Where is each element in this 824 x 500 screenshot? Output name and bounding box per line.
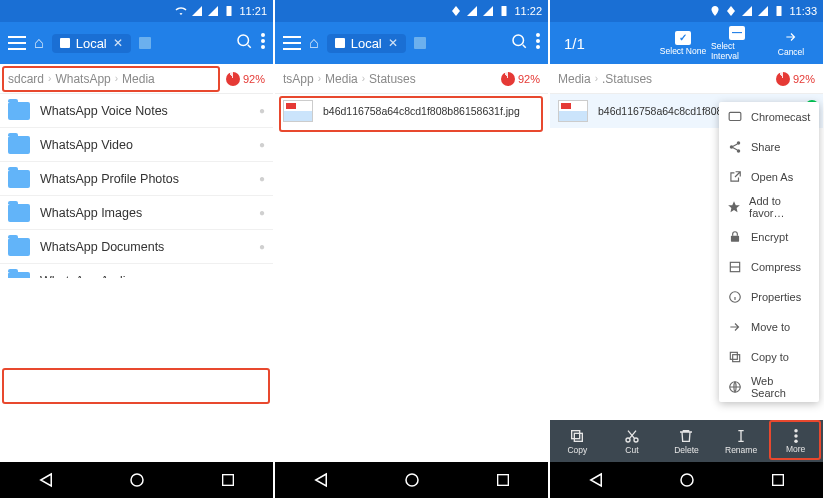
storage-badge[interactable]: 92% <box>226 72 265 86</box>
svg-rect-3 <box>8 48 26 50</box>
cut-button[interactable]: Cut <box>605 420 660 462</box>
select-none-button[interactable]: ✓Select None <box>657 31 709 56</box>
svg-point-5 <box>261 33 265 37</box>
android-navbar <box>275 462 548 498</box>
menu-moveto[interactable]: Move to <box>719 312 819 342</box>
menu-copyto[interactable]: Copy to <box>719 342 819 372</box>
sdcard-icon <box>335 38 345 48</box>
list-item[interactable]: WhatsApp Profile Photos● <box>0 162 273 196</box>
image-thumbnail <box>283 100 313 122</box>
recents-button[interactable] <box>770 472 786 488</box>
back-button[interactable] <box>587 471 605 489</box>
storage-badge[interactable]: 92% <box>776 72 815 86</box>
menu-properties[interactable]: Properties <box>719 282 819 312</box>
location-tab[interactable]: Local ✕ <box>52 34 131 53</box>
crumb[interactable]: WhatsApp <box>55 72 110 86</box>
crumb[interactable]: .Statuses <box>602 72 652 86</box>
cancel-button[interactable]: Cancel <box>765 30 817 57</box>
status-bar: 11:21 <box>0 0 273 22</box>
folder-list: WhatsApp Voice Notes● WhatsApp Video● Wh… <box>0 94 273 278</box>
svg-point-14 <box>513 35 524 46</box>
search-icon[interactable] <box>510 32 528 55</box>
menu-chromecast[interactable]: Chromecast <box>719 102 819 132</box>
svg-point-36 <box>794 434 798 438</box>
home-icon[interactable]: ⌂ <box>34 34 44 52</box>
home-icon[interactable]: ⌂ <box>309 34 319 52</box>
item-more-icon[interactable]: ● <box>259 173 265 184</box>
item-more-icon[interactable]: ● <box>259 207 265 218</box>
more-icon[interactable] <box>261 33 265 54</box>
delete-button[interactable]: Delete <box>659 420 714 462</box>
menu-share[interactable]: Share <box>719 132 819 162</box>
back-button[interactable] <box>37 471 55 489</box>
compress-icon <box>727 259 743 275</box>
menu-favorite[interactable]: Add to favor… <box>719 192 819 222</box>
folder-icon <box>8 170 30 188</box>
home-button[interactable] <box>403 471 421 489</box>
screenshot-panel-2: 11:22 ⌂ Local ✕ tsApp › Media › Statuses… <box>275 0 548 498</box>
menu-websearch[interactable]: Web Search <box>719 372 819 402</box>
recents-button[interactable] <box>495 472 511 488</box>
folder-icon <box>8 136 30 154</box>
recents-button[interactable] <box>220 472 236 488</box>
crumb[interactable]: Media <box>558 72 591 86</box>
crumb[interactable]: Media <box>325 72 358 86</box>
storage-badge[interactable]: 92% <box>501 72 540 86</box>
menu-openas[interactable]: Open As <box>719 162 819 192</box>
menu-icon[interactable] <box>283 36 301 50</box>
new-tab-icon[interactable] <box>414 37 426 49</box>
crumb[interactable]: sdcard <box>8 72 44 86</box>
more-button[interactable]: More <box>768 420 823 462</box>
list-item[interactable]: WhatsApp Audio● <box>0 264 273 278</box>
svg-rect-31 <box>575 433 583 441</box>
svg-rect-20 <box>777 6 782 16</box>
move-icon <box>727 319 743 335</box>
pie-icon <box>501 72 515 86</box>
location-label: Local <box>76 36 107 51</box>
menu-icon[interactable] <box>8 36 26 50</box>
svg-rect-28 <box>733 355 740 362</box>
svg-rect-39 <box>773 475 784 486</box>
search-icon[interactable] <box>235 32 253 55</box>
crumb[interactable]: Media <box>122 72 155 86</box>
crumb[interactable]: Statuses <box>369 72 416 86</box>
svg-point-15 <box>536 33 540 37</box>
home-button[interactable] <box>128 471 146 489</box>
svg-point-18 <box>406 474 418 486</box>
copy-button[interactable]: Copy <box>550 420 605 462</box>
menu-compress[interactable]: Compress <box>719 252 819 282</box>
context-menu: Chromecast Share Open As Add to favor… E… <box>719 102 819 402</box>
status-time: 11:22 <box>514 5 542 17</box>
screenshot-panel-1: 11:21 ⌂ Local ✕ sdcard › WhatsApp › Medi… <box>0 0 273 498</box>
svg-point-7 <box>261 45 265 49</box>
back-button[interactable] <box>312 471 330 489</box>
svg-point-35 <box>794 429 798 433</box>
rename-button[interactable]: Rename <box>714 420 769 462</box>
item-more-icon[interactable]: ● <box>259 241 265 252</box>
list-item[interactable]: WhatsApp Voice Notes● <box>0 94 273 128</box>
svg-point-8 <box>131 474 143 486</box>
close-tab-icon[interactable]: ✕ <box>388 36 398 50</box>
select-interval-button[interactable]: —Select Interval <box>711 26 763 61</box>
new-tab-icon[interactable] <box>139 37 151 49</box>
close-tab-icon[interactable]: ✕ <box>113 36 123 50</box>
item-more-icon[interactable]: ● <box>259 105 265 116</box>
pie-icon <box>226 72 240 86</box>
home-button[interactable] <box>678 471 696 489</box>
file-list: b46d116758a64c8cd1f808b86158631f.jpg <box>275 94 548 278</box>
lock-icon <box>727 229 743 245</box>
list-item[interactable]: WhatsApp Documents● <box>0 230 273 264</box>
svg-rect-9 <box>223 475 234 486</box>
crumb[interactable]: tsApp <box>283 72 314 86</box>
svg-rect-13 <box>283 48 301 50</box>
location-tab[interactable]: Local ✕ <box>327 34 406 53</box>
list-item[interactable]: WhatsApp Video● <box>0 128 273 162</box>
more-icon[interactable] <box>536 33 540 54</box>
svg-point-37 <box>794 439 798 443</box>
svg-point-6 <box>261 39 265 43</box>
folder-icon <box>8 272 30 279</box>
list-item[interactable]: b46d116758a64c8cd1f808b86158631f.jpg <box>275 94 548 128</box>
list-item[interactable]: WhatsApp Images● <box>0 196 273 230</box>
menu-encrypt[interactable]: Encrypt <box>719 222 819 252</box>
item-more-icon[interactable]: ● <box>259 139 265 150</box>
